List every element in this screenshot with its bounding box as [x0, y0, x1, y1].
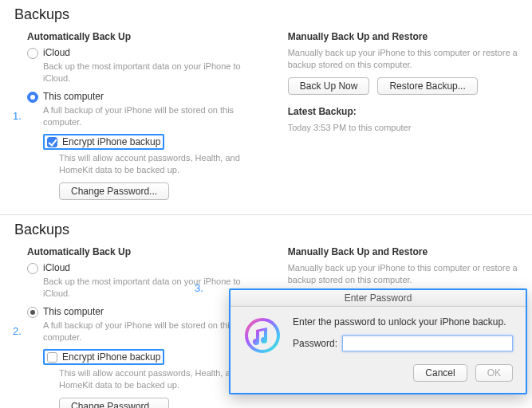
- radio-this-computer-label: This computer: [43, 306, 104, 317]
- radio-this-computer-input[interactable]: [27, 307, 38, 318]
- radio-this-computer-input[interactable]: [27, 92, 38, 103]
- encrypt-highlight-1: Encrypt iPhone backup: [43, 134, 164, 150]
- step-number-2: 2.: [13, 325, 22, 337]
- radio-icloud-label: iCloud: [43, 47, 70, 58]
- restore-backup-button[interactable]: Restore Backup...: [377, 77, 477, 95]
- dialog-title: Enter Password: [231, 290, 526, 307]
- encrypt-highlight-2: Encrypt iPhone backup: [43, 349, 164, 365]
- itunes-icon: [243, 316, 282, 355]
- latest-backup-heading: Latest Backup:: [288, 106, 518, 117]
- radio-icloud-input[interactable]: [27, 48, 38, 59]
- auto-backup-heading: Automatically Back Up: [27, 246, 269, 257]
- change-password-button[interactable]: Change Password...: [59, 398, 169, 408]
- radio-this-computer[interactable]: This computer: [27, 91, 269, 103]
- icloud-subtext: Back up the most important data on your …: [27, 61, 269, 84]
- manual-backup-column: Manually Back Up and Restore Manually ba…: [288, 31, 518, 200]
- backups-section-1: Backups Automatically Back Up iCloud Bac…: [0, 0, 532, 215]
- auto-backup-heading: Automatically Back Up: [27, 31, 269, 42]
- svg-point-0: [246, 320, 278, 351]
- manual-heading: Manually Back Up and Restore: [288, 31, 518, 42]
- ok-button[interactable]: OK: [475, 364, 513, 382]
- manual-subtext: Manually back up your iPhone to this com…: [288, 47, 518, 71]
- radio-icloud-input[interactable]: [27, 263, 38, 274]
- radio-icloud[interactable]: iCloud: [27, 47, 269, 59]
- password-dialog: Enter Password Enter the password to unl…: [229, 288, 527, 394]
- change-password-button[interactable]: Change Password...: [59, 182, 169, 200]
- encrypt-label: Encrypt iPhone backup: [62, 351, 160, 363]
- back-up-now-button[interactable]: Back Up Now: [288, 77, 370, 95]
- latest-backup-value: Today 3:53 PM to this computer: [288, 122, 518, 134]
- section-title: Backups: [14, 222, 518, 238]
- section-title: Backups: [14, 6, 518, 23]
- radio-icloud-label: iCloud: [43, 262, 70, 273]
- encrypt-checkbox[interactable]: [47, 137, 57, 147]
- encrypt-subtext: This will allow account passwords, Healt…: [27, 152, 269, 176]
- radio-icloud[interactable]: iCloud: [27, 262, 269, 274]
- password-label: Password:: [293, 338, 337, 349]
- password-input[interactable]: [342, 335, 513, 351]
- manual-heading: Manually Back Up and Restore: [288, 246, 518, 257]
- manual-subtext: Manually back up your iPhone to this com…: [288, 262, 518, 286]
- encrypt-checkbox[interactable]: [47, 352, 57, 363]
- backups-section-2: Backups Automatically Back Up iCloud Bac…: [0, 215, 532, 408]
- dialog-message: Enter the password to unlock your iPhone…: [293, 316, 513, 328]
- this-computer-subtext: A full backup of your iPhone will be sto…: [27, 104, 269, 128]
- auto-backup-column: Automatically Back Up iCloud Back up the…: [14, 31, 269, 200]
- radio-this-computer-label: This computer: [43, 91, 104, 102]
- cancel-button[interactable]: Cancel: [413, 364, 467, 382]
- step-number-3: 3.: [195, 282, 203, 294]
- encrypt-label: Encrypt iPhone backup: [62, 136, 160, 147]
- step-number-1: 1.: [13, 110, 22, 122]
